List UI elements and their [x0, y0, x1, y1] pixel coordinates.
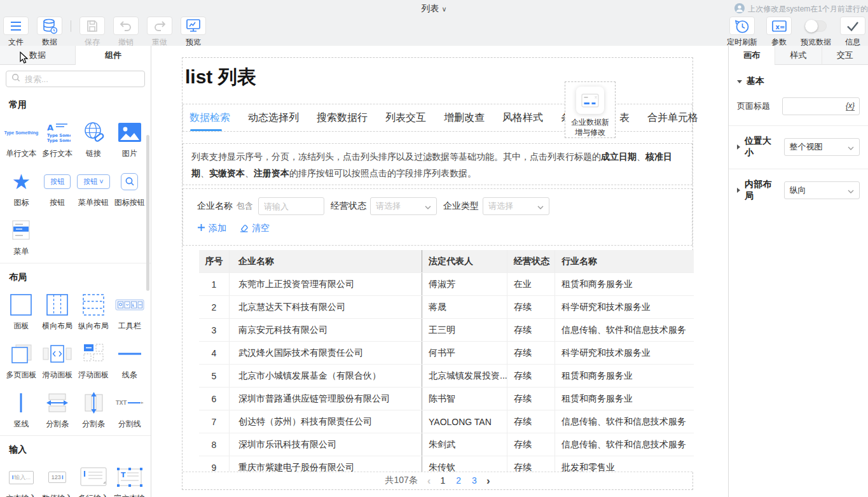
- canvas-tab[interactable]: 列表交互: [385, 111, 426, 125]
- properties-tabs: 画布样式交互: [729, 46, 868, 65]
- page-number[interactable]: 1: [440, 475, 445, 486]
- clear-filter-button[interactable]: 清空: [239, 223, 270, 234]
- table-row[interactable]: 6深圳市普路通供应链管理股份有限公司陈书智存续租赁和商务服务业: [199, 388, 694, 410]
- component-menu[interactable]: 菜单: [3, 217, 39, 256]
- toolbar-button-database[interactable]: 数据: [37, 17, 62, 48]
- toolbar-button-save[interactable]: 保存: [79, 17, 105, 48]
- component-v-line[interactable]: 竖线: [3, 389, 39, 429]
- component-image[interactable]: 图片: [112, 119, 148, 158]
- company-name-input[interactable]: [258, 197, 324, 215]
- toolbar-button-redo[interactable]: 重做: [147, 17, 172, 48]
- canvas-tab[interactable]: 风格样式: [502, 111, 543, 125]
- canvas-tab[interactable]: 表: [619, 111, 630, 125]
- component-single-text[interactable]: Type Something 单行文本: [3, 119, 39, 158]
- table-cell: 5: [199, 365, 230, 387]
- component-number-input[interactable]: 123I 数值输入: [39, 464, 75, 497]
- left-panel-tab-1[interactable]: 组件: [76, 46, 151, 65]
- component-button[interactable]: 按钮 按钮: [39, 168, 75, 207]
- add-filter-button[interactable]: 添加: [197, 223, 226, 234]
- component-link[interactable]: 链接: [76, 119, 111, 158]
- canvas-tab[interactable]: 动态选择列: [248, 111, 299, 125]
- column-header[interactable]: 行业名称: [555, 250, 694, 272]
- icon-button-icon: [121, 168, 138, 195]
- component-float-panel[interactable]: 浮动面板: [76, 340, 111, 380]
- canvas-tab[interactable]: 数据检索: [189, 111, 230, 125]
- toolbar-button-file-menu[interactable]: 文件: [3, 17, 29, 48]
- company-type-select[interactable]: 请选择: [483, 197, 549, 215]
- formula-icon[interactable]: {x}: [846, 102, 855, 111]
- toolbar-button-check[interactable]: 信息: [840, 17, 865, 48]
- column-header[interactable]: 法定代表人: [422, 250, 507, 272]
- section-title: 布局: [0, 263, 151, 291]
- database-icon: [37, 17, 62, 35]
- toolbar-right: 定时刷新 x= 参数 预览数据 信息: [727, 17, 865, 48]
- component-text-input[interactable]: I输入... 文本输入: [3, 464, 39, 497]
- table-row[interactable]: 7创达特（苏州）科技有限责任公司YAOLONG TAN存续信息传输、软件和信息技…: [199, 410, 694, 433]
- business-status-select[interactable]: 请选择: [370, 197, 437, 215]
- page-number[interactable]: 3: [472, 475, 477, 486]
- component-section: 输入 I输入... 文本输入 123I 数值输入 多行输入: [0, 435, 151, 497]
- component-panel[interactable]: 面板: [3, 291, 39, 331]
- left-panel-tab-0[interactable]: 数据: [0, 46, 76, 65]
- column-header[interactable]: 序号: [199, 250, 230, 272]
- company-name-field[interactable]: [264, 202, 319, 211]
- multi-text-icon: AType SomethingType Something: [44, 119, 71, 146]
- component-v-layout[interactable]: 纵向布局: [76, 291, 111, 331]
- table-row[interactable]: 4武汉烽火国际技术有限责任公司何书平存续科学研究和技术服务业: [199, 342, 694, 365]
- caret-right-icon[interactable]: [737, 188, 740, 193]
- caret-right-icon[interactable]: [737, 144, 740, 150]
- page-title-value[interactable]: [787, 102, 846, 111]
- properties-tab-1[interactable]: 样式: [775, 46, 821, 65]
- table-row[interactable]: 2北京慧达天下科技有限公司蒋晟存续科学研究和技术服务业: [199, 296, 694, 319]
- canvas-tab[interactable]: 合并单元格: [647, 111, 698, 125]
- component-star[interactable]: ★ 图标: [3, 168, 39, 207]
- canvas-tab[interactable]: 搜索数据行: [317, 111, 368, 125]
- toolbar-button-timer-refresh[interactable]: 定时刷新: [727, 17, 757, 48]
- table-cell: 何书平: [422, 342, 507, 364]
- component-h-line[interactable]: 线条: [112, 340, 148, 380]
- component-toolbar[interactable]: 工具栏: [112, 291, 148, 331]
- properties-tab-0[interactable]: 画布: [729, 46, 775, 65]
- component-v-splitter[interactable]: 分割条: [76, 389, 111, 429]
- table-row[interactable]: 8深圳市乐讯科技有限公司朱剑武存续信息传输、软件和信息技术服务: [199, 433, 694, 456]
- inner-layout-select[interactable]: 纵向: [784, 181, 860, 199]
- group-basic[interactable]: 基本: [737, 76, 860, 87]
- component-multiline-input[interactable]: 多行输入: [76, 464, 111, 497]
- design-canvas: list 列表 数据检索动态选择列搜索数据行列表交互增删改查风格样式条件样式表合…: [152, 46, 728, 497]
- column-header[interactable]: 企业名称: [230, 250, 422, 272]
- toolbar-button-undo[interactable]: 撤销: [113, 17, 139, 48]
- table-row[interactable]: 5北京市小城镇发展基金（有限合伙）北京城镇发展投资...存续租赁和商务服务业: [199, 365, 694, 388]
- prev-page-icon[interactable]: ‹: [427, 475, 431, 486]
- divider-line-icon: TXT: [115, 389, 144, 416]
- component-icon-button[interactable]: 图标按钮: [112, 168, 148, 207]
- page-title-input[interactable]: {x}: [782, 97, 860, 115]
- table-cell: 武汉烽火国际技术有限责任公司: [230, 342, 422, 364]
- table-cell: YAOLONG TAN: [422, 410, 507, 433]
- eraser-icon: [239, 223, 249, 234]
- component-h-layout[interactable]: 横向布局: [39, 291, 75, 331]
- properties-tab-2[interactable]: 交互: [822, 46, 868, 65]
- component-divider-line[interactable]: TXT 分割线: [112, 389, 148, 429]
- toolbar-button-toggle[interactable]: 预览数据: [801, 17, 831, 48]
- component-search[interactable]: [6, 71, 145, 87]
- scrollbar-thumb[interactable]: [146, 135, 149, 291]
- next-page-icon[interactable]: ›: [486, 475, 490, 486]
- table-row[interactable]: 1东莞市上正投资管理有限公司傅淑芳在业租赁和商务服务业: [199, 273, 694, 296]
- component-multi-text[interactable]: AType SomethingType Something 多行文本: [39, 119, 75, 158]
- toolbar-button-preview[interactable]: 预览: [181, 17, 206, 48]
- column-header[interactable]: 经营状态: [507, 250, 555, 272]
- component-richtext-input[interactable]: T 富文本输入: [112, 464, 148, 497]
- component-slide-panel[interactable]: 滑动面板: [39, 340, 75, 380]
- table-row[interactable]: 3南京安元科技有限公司王三明存续信息传输、软件和信息技术服务: [199, 319, 694, 342]
- table-cell: 深圳市普路通供应链管理股份有限公司: [230, 388, 422, 410]
- table-row[interactable]: 9重庆市紫建电子股份有限公司朱传钦存续批发和零售业: [199, 456, 694, 472]
- component-menu-button[interactable]: 按钮 ˅ 菜单按钮: [76, 168, 111, 207]
- page-number[interactable]: 2: [456, 475, 461, 486]
- filter-row: 企业名称 包含 经营状态 请选择 企业类型 请选择: [197, 197, 549, 215]
- position-size-select[interactable]: 整个视图: [784, 138, 860, 156]
- component-h-splitter[interactable]: 分割条: [39, 389, 75, 429]
- search-input[interactable]: [25, 74, 139, 84]
- toolbar-button-params[interactable]: x= 参数: [766, 17, 792, 48]
- canvas-tab[interactable]: 增删改查: [444, 111, 485, 125]
- component-multi-page[interactable]: 多页面板: [3, 340, 39, 380]
